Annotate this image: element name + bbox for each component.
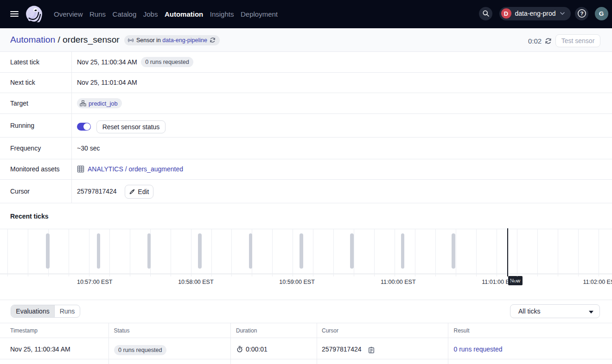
svg-text:?: ? [580,11,583,16]
